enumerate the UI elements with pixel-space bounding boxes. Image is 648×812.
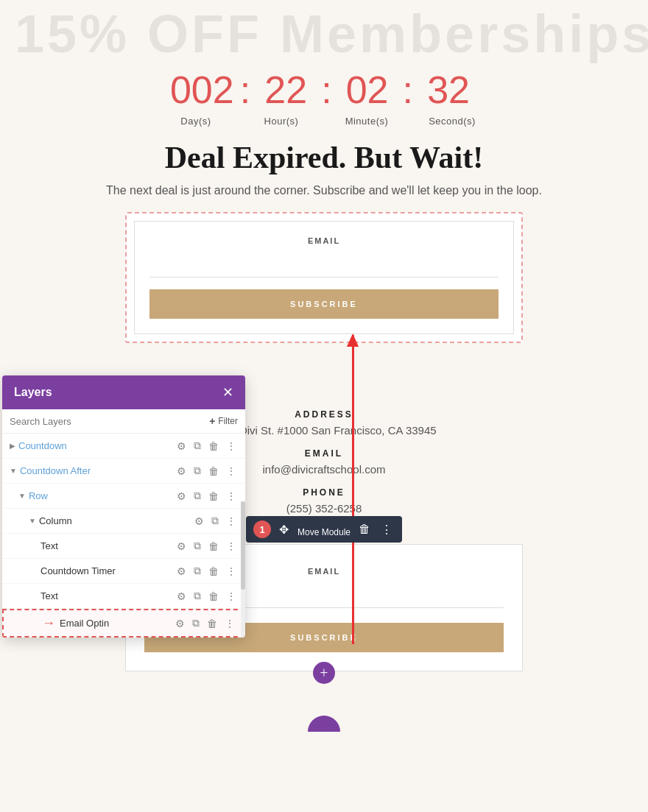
layer-more-icon[interactable]: ⋮: [225, 590, 238, 603]
deal-subtitle: The next deal is just around the corner.…: [15, 184, 633, 197]
layer-icons: ⚙ ⧉ 🗑 ⋮: [175, 489, 238, 503]
layer-delete-icon[interactable]: 🗑: [207, 465, 220, 478]
layer-duplicate-icon[interactable]: ⧉: [192, 564, 202, 578]
layer-settings-icon[interactable]: ⚙: [175, 540, 188, 553]
phone-text: (255) 352-6258: [286, 502, 362, 515]
countdown-seconds: 32: [419, 68, 478, 112]
layer-collapse-arrow: ▼: [29, 517, 36, 525]
layer-name: Text: [40, 590, 175, 601]
layers-scrollbar[interactable]: [241, 501, 245, 638]
layers-close-button[interactable]: ✕: [222, 384, 233, 400]
countdown-sep-2: :: [315, 68, 337, 112]
email-heading: EMAIL: [263, 448, 386, 459]
layer-name: Row: [29, 490, 175, 501]
layer-icons: ⚙ ⧉ 🗑 ⋮: [175, 464, 238, 478]
layer-item[interactable]: ▼ Row ⚙ ⧉ 🗑 ⋮: [2, 484, 245, 509]
day-label: Day(s): [166, 116, 225, 127]
email-text: info@divicraftschool.com: [263, 463, 386, 476]
move-module-tooltip: Move Module: [289, 523, 359, 541]
phone-block: PHONE (255) 352-6258: [286, 487, 362, 515]
layer-name: Countdown: [18, 440, 175, 451]
layer-settings-icon[interactable]: ⚙: [175, 465, 188, 478]
layers-scrollbar-thumb[interactable]: [241, 501, 245, 590]
layer-collapse-arrow: ▼: [18, 492, 26, 500]
arrow-line: [352, 335, 354, 644]
hour-label: Hour(s): [252, 116, 311, 127]
layer-settings-icon[interactable]: ⚙: [175, 439, 188, 453]
layer-delete-icon[interactable]: 🗑: [207, 565, 220, 578]
countdown-sep-1: :: [234, 68, 256, 112]
layer-item[interactable]: Text ⚙ ⧉ 🗑 ⋮: [2, 584, 245, 609]
layers-header: Layers ✕: [2, 375, 245, 409]
address-text: 1234 Divi St. #1000 San Francisco, CA 33…: [211, 424, 436, 437]
email-optin-layer-item[interactable]: → Email Optin ⚙ ⧉ 🗑 ⋮: [2, 609, 245, 638]
layer-delete-icon[interactable]: 🗑: [207, 439, 220, 453]
layer-settings-icon[interactable]: ⚙: [175, 590, 188, 603]
layer-delete-icon[interactable]: 🗑: [207, 590, 220, 603]
layer-item[interactable]: Countdown Timer ⚙ ⧉ 🗑 ⋮: [2, 559, 245, 584]
add-module-button[interactable]: +: [313, 662, 335, 684]
filter-button[interactable]: + Filter: [209, 415, 238, 427]
countdown-minutes: 02: [338, 68, 397, 112]
layer-icons: ⚙ ⧉ ⋮: [193, 514, 238, 528]
bottom-purple-circle: [308, 716, 340, 732]
layer-name: Email Optin: [60, 618, 174, 629]
layer-duplicate-icon[interactable]: ⧉: [192, 439, 202, 453]
layer-item[interactable]: ▼ Column ⚙ ⧉ ⋮: [2, 509, 245, 534]
layers-search-input[interactable]: [10, 416, 203, 427]
layer-item[interactable]: ▶ Countdown ⚙ ⧉ 🗑 ⋮: [2, 434, 245, 459]
layer-name: Countdown Timer: [40, 565, 175, 576]
layer-duplicate-icon[interactable]: ⧉: [192, 589, 202, 603]
layer-settings-icon[interactable]: ⚙: [175, 565, 188, 578]
layer-item[interactable]: Text ⚙ ⧉ 🗑 ⋮: [2, 534, 245, 559]
layer-more-icon[interactable]: ⋮: [225, 565, 238, 578]
layer-more-icon[interactable]: ⋮: [225, 465, 238, 478]
countdown-days: 002: [170, 68, 234, 112]
top-email-form-container: EMAIL SUBSCRIBE: [125, 212, 523, 343]
top-email-label: EMAIL: [149, 236, 499, 245]
more-options-icon[interactable]: ⋮: [378, 521, 395, 538]
toolbar-badge: 1: [253, 520, 271, 538]
layer-settings-icon[interactable]: ⚙: [193, 515, 205, 528]
minute-label: Minute(s): [337, 116, 396, 127]
layer-settings-icon[interactable]: ⚙: [174, 617, 186, 630]
address-block: ADDRESS 1234 Divi St. #1000 San Francisc…: [211, 409, 436, 437]
second-label: Second(s): [423, 116, 482, 127]
deal-expired-title: Deal Expired. But Wait!: [15, 140, 633, 175]
layer-collapse-arrow: ▶: [10, 442, 15, 450]
layers-list: ▶ Countdown ⚙ ⧉ 🗑 ⋮ ▼ Countdown After ⚙ …: [2, 434, 245, 638]
layer-delete-icon[interactable]: 🗑: [207, 540, 220, 553]
layer-icons: ⚙ ⧉ 🗑 ⋮: [174, 616, 236, 630]
layer-more-icon[interactable]: ⋮: [225, 439, 238, 453]
layer-item[interactable]: ▼ Countdown After ⚙ ⧉ 🗑 ⋮: [2, 459, 245, 484]
layer-more-icon[interactable]: ⋮: [223, 617, 236, 630]
top-subscribe-button[interactable]: SUBSCRIBE: [149, 289, 499, 319]
layers-search-row: + Filter: [2, 409, 245, 434]
layer-icons: ⚙ ⧉ 🗑 ⋮: [175, 589, 238, 603]
layer-duplicate-icon[interactable]: ⧉: [192, 489, 202, 503]
layer-name: Column: [39, 515, 193, 526]
layer-duplicate-icon[interactable]: ⧉: [192, 539, 202, 553]
top-email-form-inner: EMAIL SUBSCRIBE: [134, 221, 514, 334]
layer-delete-icon[interactable]: 🗑: [205, 617, 219, 630]
layers-panel: Layers ✕ + Filter ▶ Countdown ⚙ ⧉ 🗑 ⋮ ▼ …: [2, 375, 245, 638]
layer-duplicate-icon[interactable]: ⧉: [191, 616, 201, 630]
layer-icons: ⚙ ⧉ 🗑 ⋮: [175, 439, 238, 453]
hero-title: 15% OFF Memberships!: [15, 7, 633, 60]
layer-more-icon[interactable]: ⋮: [225, 540, 238, 553]
countdown-row: 002 : 22 : 02 : 32: [15, 68, 633, 112]
top-email-input[interactable]: [149, 251, 499, 278]
layer-more-icon[interactable]: ⋮: [225, 490, 238, 503]
layer-selected-arrow-icon: →: [42, 615, 55, 631]
layer-icons: ⚙ ⧉ 🗑 ⋮: [175, 564, 238, 578]
layer-duplicate-icon[interactable]: ⧉: [192, 464, 202, 478]
layer-collapse-arrow: ▼: [10, 467, 17, 475]
countdown-labels: Day(s) Hour(s) Minute(s) Second(s): [15, 116, 633, 127]
layer-name: Countdown After: [20, 465, 175, 476]
layer-more-icon[interactable]: ⋮: [225, 515, 238, 528]
layer-settings-icon[interactable]: ⚙: [175, 490, 188, 503]
layer-delete-icon[interactable]: 🗑: [207, 490, 220, 503]
email-block: EMAIL info@divicraftschool.com: [263, 448, 386, 476]
layer-name: Text: [40, 540, 175, 551]
layer-duplicate-icon[interactable]: ⧉: [210, 514, 220, 528]
